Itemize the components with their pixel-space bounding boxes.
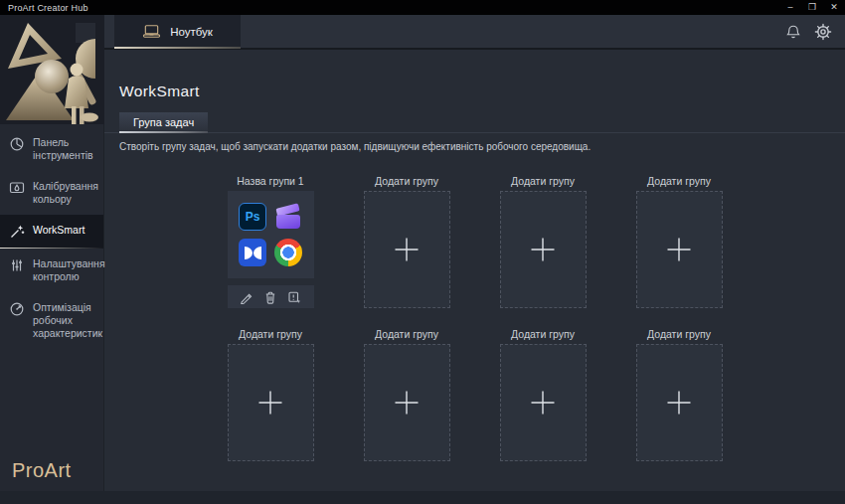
add-group-label: Додати групу [636, 329, 723, 340]
add-group-card[interactable] [500, 344, 587, 461]
sliders-icon [9, 257, 25, 273]
add-group-card[interactable] [636, 344, 723, 461]
header-icons [785, 15, 832, 48]
launch-group-icon[interactable] [287, 290, 301, 304]
plus-icon [392, 235, 422, 264]
add-group-cell: Додати групу [364, 176, 450, 308]
plus-icon [255, 388, 285, 418]
color-calibration-icon [9, 180, 25, 196]
sidebar-item-worksmart[interactable]: WorkSmart [0, 215, 103, 249]
task-group-description: Створіть групу задач, щоб запускати дода… [119, 141, 845, 153]
add-group-cell: Додати групу [364, 329, 450, 461]
titlebar: ProArt Creator Hub – ❐ ✕ [0, 0, 845, 15]
plus-icon [528, 388, 558, 418]
maximize-icon[interactable]: ❐ [801, 0, 823, 15]
sidebar-item-label: Налаштування контролю [33, 257, 105, 283]
sidebar-item-control-settings[interactable]: Налаштування контролю [0, 249, 103, 292]
sidebar-item-performance-optimization[interactable]: Оптимізація робочих характеристик [0, 292, 103, 349]
sidebar-item-label: Калібрування кольору [33, 180, 98, 206]
window-controls: – ❐ ✕ [779, 0, 845, 15]
add-group-cell: Додати групу [500, 176, 587, 308]
dolby-glyph-left [245, 247, 253, 259]
bell-icon[interactable] [785, 24, 801, 40]
proart-abstract-art [0, 15, 104, 124]
device-tab-label: Ноутбук [170, 26, 213, 38]
add-group-card[interactable] [364, 344, 450, 461]
add-group-label: Додати групу [364, 176, 450, 187]
page-title: WorkSmart [119, 82, 845, 100]
magic-wand-icon [9, 224, 25, 240]
add-group-card[interactable] [228, 344, 314, 461]
add-group-label: Додати групу [636, 176, 723, 187]
plus-icon [664, 388, 694, 418]
footer-strip [0, 491, 845, 504]
add-group-label: Додати групу [364, 329, 450, 340]
sidebar-item-color-calibration[interactable]: Калібрування кольору [0, 171, 103, 215]
edit-pencil-icon[interactable] [240, 290, 254, 304]
add-group-cell: Додати групу [500, 329, 587, 461]
trash-icon[interactable] [263, 290, 277, 304]
task-group-cell: Назва групи 1 Ps [228, 176, 314, 308]
minimize-icon[interactable]: – [779, 0, 801, 15]
group-app-icons: Ps [228, 191, 314, 278]
task-group-card[interactable]: Ps [228, 191, 314, 308]
header-bar: Ноутбук [104, 15, 845, 50]
main-content: WorkSmart Група задач Створіть групу зад… [104, 50, 845, 491]
close-icon[interactable]: ✕ [823, 0, 845, 15]
proart-creator-hub-window: ProArt Creator Hub – ❐ ✕ Ноутбук [0, 0, 845, 504]
task-group-grid: Назва групи 1 Ps [104, 176, 845, 461]
chrome-app-icon [274, 239, 302, 266]
sidebar-item-label: WorkSmart [33, 224, 84, 237]
group-name-label: Назва групи 1 [228, 176, 314, 187]
group-toolbar [228, 285, 314, 308]
add-group-label: Додати групу [500, 176, 587, 187]
plus-icon [392, 388, 422, 418]
proart-logo: ProArt [12, 459, 72, 482]
photoshop-app-icon: Ps [239, 203, 266, 231]
add-group-card[interactable] [500, 191, 587, 308]
plus-icon [528, 235, 558, 264]
plus-icon [664, 235, 694, 264]
dolby-app-icon [239, 239, 266, 266]
clipchamp-app-icon [274, 203, 302, 231]
add-group-card[interactable] [636, 191, 723, 308]
window-title: ProArt Creator Hub [0, 3, 88, 13]
sidebar: Панель інструментів Калібрування кольору [0, 15, 104, 504]
tab-device-laptop[interactable]: Ноутбук [114, 15, 241, 48]
dolby-glyph-right [254, 247, 261, 259]
add-group-cell: Додати групу [228, 329, 314, 461]
sidebar-item-label: Панель інструментів [33, 136, 97, 162]
gear-icon[interactable] [814, 23, 832, 41]
clapperboard-bottom [276, 215, 300, 229]
add-group-label: Додати групу [500, 329, 587, 340]
add-group-cell: Додати групу [636, 176, 723, 308]
sidebar-item-dashboard[interactable]: Панель інструментів [0, 127, 103, 171]
tab-task-group[interactable]: Група задач [119, 112, 208, 132]
laptop-icon [142, 24, 161, 39]
sidebar-item-label: Оптимізація робочих характеристик [33, 301, 102, 340]
tabstrip: Група задач [104, 112, 845, 133]
dashboard-icon [9, 136, 25, 152]
add-group-card[interactable] [364, 191, 450, 308]
gauge-icon [9, 301, 25, 317]
add-group-cell: Додати групу [636, 329, 723, 461]
add-group-label: Додати групу [228, 329, 314, 340]
sidebar-nav: Панель інструментів Калібрування кольору [0, 127, 103, 349]
